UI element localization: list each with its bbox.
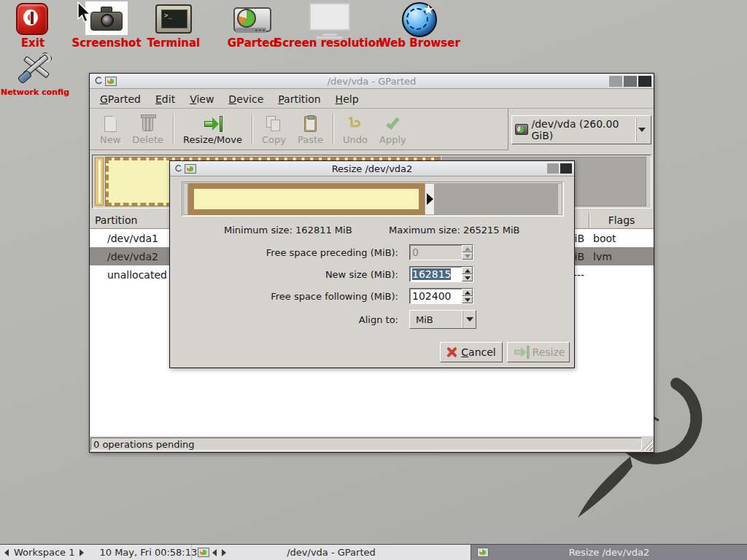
undo-button[interactable]: Undo [337, 111, 374, 147]
flags-value: lvm [593, 251, 612, 262]
align-to-combo[interactable]: MiB [409, 310, 476, 329]
slider-left-handle[interactable] [183, 183, 188, 215]
align-combo-dropdown[interactable] [462, 311, 476, 328]
arrow-right-icon [427, 193, 433, 205]
new-size-field[interactable]: 162815 [409, 266, 473, 282]
minimum-size-label: Minimum size: 162811 MiB [224, 225, 352, 236]
toolbar-separator [333, 114, 333, 144]
toolbar-separator [252, 114, 252, 144]
resize-button[interactable]: Resize [507, 342, 570, 362]
partition-name: unallocated [90, 269, 167, 281]
partition-name: /dev/vda2 [90, 251, 158, 262]
workspace-prev-icon[interactable] [4, 549, 9, 556]
task1-label: /dev/vda - GParted [192, 547, 471, 558]
undo-label: Undo [343, 134, 368, 145]
desktop: Exit Screenshot >_ Terminal GParted Scre… [0, 0, 747, 560]
chevron-down-icon [638, 128, 646, 132]
new-size-value[interactable]: 162815 [412, 268, 451, 280]
gparted-task-icon [198, 548, 209, 557]
taskbar: Workspace 1 10 May, Fri 00:58:13 /dev/vd… [0, 544, 747, 560]
menu-device[interactable]: Device [221, 91, 271, 107]
taskbar-item-gparted[interactable]: /dev/vda - GParted [191, 545, 471, 560]
visual-partition-vda1[interactable] [95, 158, 104, 206]
maximize-button[interactable] [624, 76, 637, 87]
spin-down-button[interactable] [462, 274, 473, 281]
drive-icon [515, 124, 528, 135]
flags-value: boot [593, 233, 616, 244]
dialog-titlebar[interactable]: Resize /dev/vda2 [170, 161, 574, 176]
terminal-label[interactable]: Terminal [133, 36, 214, 50]
exit-icon[interactable] [16, 3, 48, 35]
paste-button[interactable]: Paste [292, 111, 329, 147]
resize-grip[interactable] [641, 439, 653, 451]
free-space-following-field[interactable]: 102400 [409, 288, 473, 304]
slider-partition-block[interactable] [188, 183, 425, 215]
apply-icon [390, 114, 396, 133]
copy-button[interactable]: Copy [256, 111, 292, 147]
resize-move-button[interactable]: Resize/Move [177, 111, 248, 147]
spin-up-button [462, 245, 473, 252]
align-to-value: MiB [410, 314, 462, 325]
menu-partition[interactable]: Partition [271, 91, 328, 107]
apply-label: Apply [379, 134, 406, 145]
spin-up-button[interactable] [462, 289, 473, 296]
spin-down-button[interactable] [462, 296, 473, 303]
free-space-following-label: Free space following (MiB): [185, 291, 398, 302]
new-size-label: New size (MiB): [185, 269, 398, 280]
close-button[interactable] [638, 76, 651, 87]
exit-label[interactable]: Exit [4, 36, 62, 50]
screen-resolution-icon[interactable] [309, 3, 350, 31]
slider-right-handle[interactable] [425, 183, 435, 215]
clock: 10 May, Fri 00:58:13 [99, 547, 197, 558]
gparted-task-icon [477, 548, 489, 557]
screen-resolution-label[interactable]: Screen resolution [274, 36, 384, 50]
cancel-x-icon [446, 347, 457, 358]
delete-label: Delete [132, 134, 163, 145]
taskbar-item-resize-dialog-active[interactable]: Resize /dev/vda2 [471, 545, 747, 560]
mouse-cursor [76, 1, 93, 25]
statusbar: 0 operations pending [90, 436, 654, 452]
network-config-icon[interactable] [18, 51, 54, 85]
apply-button[interactable]: Apply [374, 111, 412, 147]
flags-column-header[interactable]: Flags [589, 212, 654, 228]
chevron-down-icon [466, 317, 473, 322]
dialog-shade-button[interactable] [547, 163, 559, 174]
free-space-preceding-value: 0 [412, 246, 419, 258]
resize-slider [182, 182, 564, 217]
toolbar-separator [173, 114, 174, 144]
align-to-label: Align to: [185, 314, 398, 325]
network-config-label[interactable]: Network config [0, 88, 70, 97]
workspace-next-icon[interactable] [80, 549, 84, 556]
menubar: GParted Edit View Device Partition Help [90, 90, 654, 109]
slider-free-space[interactable] [435, 183, 557, 215]
partition-column-header[interactable]: Partition [90, 212, 142, 228]
resize-move-label: Resize/Move [183, 134, 242, 145]
minimize-button[interactable] [609, 76, 622, 87]
paste-icon [304, 114, 317, 133]
device-combo[interactable]: /dev/vda (260.00 GiB) [511, 115, 651, 144]
main-titlebar[interactable]: /dev/vda - GParted [90, 74, 654, 89]
new-icon [104, 114, 117, 133]
cancel-button[interactable]: Cancel [440, 342, 503, 362]
resize-dialog: Resize /dev/vda2 Minimum size: 162811 Mi… [169, 160, 575, 368]
spin-up-button[interactable] [462, 267, 473, 274]
free-space-following-value[interactable]: 102400 [412, 290, 451, 302]
web-browser-icon[interactable] [402, 2, 437, 37]
menu-gparted[interactable]: GParted [93, 91, 148, 107]
free-space-preceding-label: Free space preceding (MiB): [185, 247, 398, 258]
gparted-desktop-icon[interactable] [233, 7, 271, 35]
menu-view[interactable]: View [182, 91, 221, 107]
new-button[interactable]: New [94, 111, 126, 147]
menu-help[interactable]: Help [328, 91, 366, 107]
delete-button[interactable]: Delete [126, 111, 169, 147]
dialog-close-button[interactable] [560, 163, 572, 174]
web-browser-label[interactable]: Web Browser [372, 36, 467, 50]
menu-edit[interactable]: Edit [148, 91, 182, 107]
workspace-label[interactable]: Workspace 1 [14, 547, 74, 558]
copy-icon [266, 114, 281, 133]
dialog-title: Resize /dev/vda2 [170, 163, 574, 174]
device-combo-dropdown[interactable] [636, 118, 648, 141]
task2-label: Resize /dev/vda2 [471, 547, 747, 558]
terminal-icon[interactable]: >_ [155, 4, 192, 34]
cancel-label: Cancel [461, 346, 495, 358]
